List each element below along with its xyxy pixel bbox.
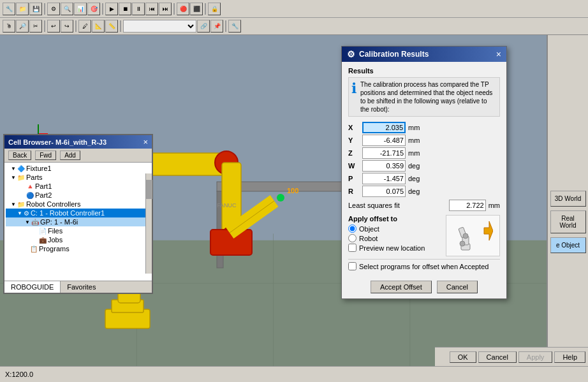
- cancel-button-dialog[interactable]: Cancel: [437, 281, 478, 293]
- tree-item-robot-controllers[interactable]: ▼ 📁 Robot Controllers: [6, 200, 151, 209]
- toolbar-separator-5: [44, 20, 45, 32]
- preview-checkbox[interactable]: [348, 244, 356, 252]
- e-object-button[interactable]: e Object: [550, 237, 586, 253]
- results-section-label: Results: [348, 67, 500, 75]
- e-object-label: e Object: [554, 242, 583, 249]
- toolbar2-btn-7[interactable]: 📐: [92, 20, 105, 33]
- field-row-r: R deg: [348, 186, 500, 197]
- field-input-w[interactable]: [362, 160, 406, 172]
- toolbar-btn-2[interactable]: 📁: [16, 3, 29, 15]
- least-squares-value[interactable]: [449, 200, 486, 211]
- robot-icons-area: [446, 215, 500, 256]
- preview-label: Preview new location: [359, 244, 425, 252]
- ok-button[interactable]: OK: [450, 351, 476, 363]
- tab-roboguide[interactable]: ROBOGUIDE: [4, 281, 61, 293]
- toolbar2-btn-10[interactable]: 📌: [210, 20, 223, 33]
- fwd-button[interactable]: Fwd: [35, 151, 56, 160]
- toolbar-btn-10[interactable]: ⏸: [132, 3, 145, 15]
- toolbar-btn-9[interactable]: ⏹: [119, 3, 131, 15]
- fixture-icon: 🔷: [17, 165, 25, 172]
- tree-item-parts[interactable]: ▼ 📁 Parts: [6, 173, 151, 182]
- programs-icon: 📋: [30, 246, 38, 253]
- add-button[interactable]: Add: [60, 151, 80, 160]
- calib-titlebar: ⚙ Calibration Results ×: [342, 47, 506, 62]
- radio-object-row: Object: [348, 224, 441, 233]
- part-icon: 🔺: [26, 183, 34, 190]
- toolbar-btn-5[interactable]: 🔍: [61, 3, 73, 15]
- calib-close-button[interactable]: ×: [496, 49, 501, 59]
- tree-item-part2[interactable]: ▶ 🔵 Part2: [6, 191, 151, 200]
- toolbar-btn-1[interactable]: 🔧: [3, 3, 15, 15]
- field-input-p[interactable]: [362, 173, 406, 184]
- back-button[interactable]: Back: [8, 151, 31, 160]
- tree-item-part1[interactable]: ▶ 🔺 Part1: [6, 182, 151, 191]
- tree-expand-icon: ▼: [11, 202, 16, 207]
- toolbar-btn-3[interactable]: 💾: [29, 3, 42, 15]
- toolbar2-btn-11[interactable]: 🔧: [228, 20, 241, 33]
- select-programs-row: Select programs for offset when Accepted: [348, 259, 500, 270]
- robot-m6i-label: GP: 1 - M-6i: [40, 218, 78, 226]
- cell-browser-close[interactable]: ×: [143, 137, 148, 147]
- toolbar2-btn-1[interactable]: 🖱: [3, 20, 15, 33]
- tree-item-robot-m6i[interactable]: ▼ 🤖 GP: 1 - M-6i: [6, 217, 151, 226]
- field-unit-z: mm: [408, 149, 420, 157]
- apply-button[interactable]: Apply: [518, 351, 553, 363]
- svg-point-32: [463, 233, 468, 239]
- help-button[interactable]: Help: [554, 351, 585, 363]
- toolbar2-btn-3[interactable]: ✂: [29, 20, 42, 33]
- tree-item-controller1[interactable]: ▼ ⚙ C: 1 - Robot Controller1: [6, 209, 151, 217]
- tree-item-fixture1[interactable]: ▼ 🔷 Fixture1: [6, 164, 151, 173]
- tab-favorites[interactable]: Favorites: [61, 281, 102, 293]
- accept-offset-button[interactable]: Accept Offset: [371, 281, 432, 293]
- svg-point-33: [460, 241, 465, 246]
- field-label-p: P: [348, 175, 360, 182]
- radio-robot[interactable]: [348, 234, 356, 242]
- tree-scrollbar[interactable]: [145, 173, 152, 274]
- info-text: The calibration process has compared the…: [360, 80, 497, 114]
- real-world-button[interactable]: Real World: [550, 210, 586, 233]
- toolbar-btn-15[interactable]: 🔒: [208, 3, 221, 15]
- cell-browser-title: Cell Browser- M-6i_with_R-J3: [8, 138, 107, 146]
- robot-controllers-folder-icon: 📁: [17, 201, 25, 208]
- 3d-world-button[interactable]: 3D World: [550, 191, 586, 207]
- tree-item-jobs[interactable]: ▶ 💼 Jobs: [6, 235, 151, 244]
- cancel-button-bar[interactable]: Cancel: [478, 351, 517, 363]
- toolbar2-btn-4[interactable]: ↩: [47, 20, 60, 33]
- controller-icon: ⚙: [24, 210, 29, 217]
- select-programs-label: Select programs for offset when Accepted: [359, 263, 489, 270]
- toolbar2-btn-9[interactable]: 🔗: [197, 20, 210, 33]
- tree-item-files[interactable]: ▶ 📄 Files: [6, 226, 151, 235]
- tree-item-programs[interactable]: ▶ 📋 Programs: [6, 244, 151, 253]
- toolbar-btn-14[interactable]: ⬛: [190, 3, 203, 15]
- calibration-dialog: ⚙ Calibration Results × Results ℹ The ca…: [341, 46, 507, 299]
- toolbar-btn-12[interactable]: ⏭: [159, 3, 172, 15]
- files-icon: 📄: [39, 228, 47, 235]
- field-input-r[interactable]: [362, 186, 406, 197]
- apply-offset-label: Apply offset to: [348, 215, 441, 223]
- toolbar-btn-4[interactable]: ⚙: [47, 3, 60, 15]
- expand-handle[interactable]: ◀: [547, 67, 548, 131]
- toolbar-btn-11[interactable]: ⏮: [145, 3, 158, 15]
- field-row-y: Y mm: [348, 135, 500, 146]
- field-input-x[interactable]: [362, 122, 406, 133]
- toolbar-btn-8[interactable]: ▶: [105, 3, 118, 15]
- least-squares-unit: mm: [489, 202, 500, 209]
- toolbar2-btn-6[interactable]: 🖊: [78, 20, 91, 33]
- radio-object[interactable]: [348, 224, 356, 233]
- select-programs-checkbox[interactable]: [348, 262, 356, 270]
- field-input-y[interactable]: [362, 135, 406, 146]
- cell-browser-nav: Back Fwd Add: [4, 149, 152, 163]
- field-input-z[interactable]: [362, 147, 406, 159]
- toolbar2-btn-8[interactable]: 📏: [105, 20, 118, 33]
- toolbar2-btn-2[interactable]: 🔎: [16, 20, 29, 33]
- toolbar-btn-7[interactable]: 🎯: [87, 3, 100, 15]
- tree-expand-icon: ▼: [11, 175, 16, 180]
- toolbar-combo[interactable]: [123, 20, 196, 33]
- part1-label: Part1: [35, 182, 52, 190]
- tree-expand-icon: ▼: [25, 219, 30, 225]
- toolbar2-btn-5[interactable]: ↪: [61, 20, 73, 33]
- toolbar-btn-6[interactable]: 📊: [74, 3, 87, 15]
- arrow-icon: [480, 218, 493, 253]
- toolbar-separator-6: [75, 20, 77, 32]
- toolbar-btn-13[interactable]: 🔴: [177, 3, 189, 15]
